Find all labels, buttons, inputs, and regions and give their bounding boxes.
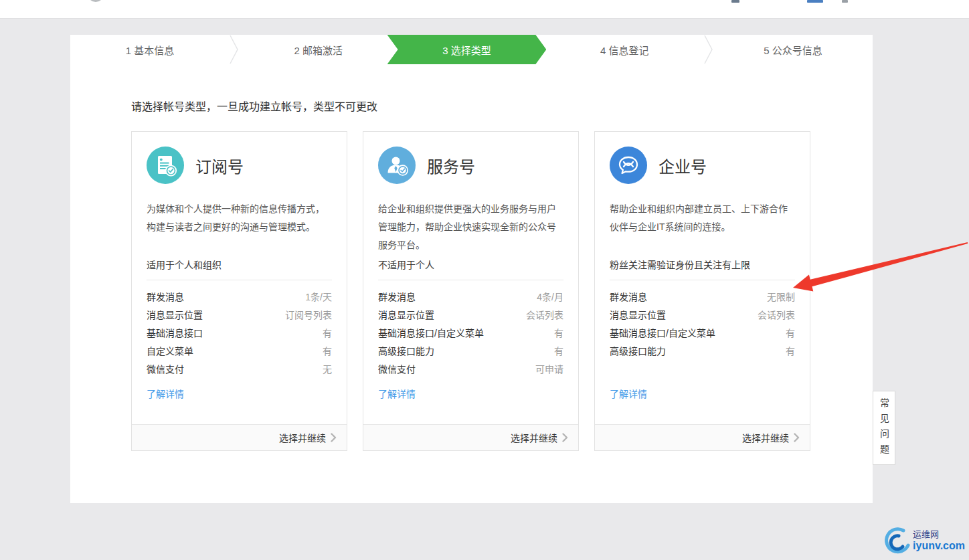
person-check-icon bbox=[378, 147, 416, 184]
card-title: 服务号 bbox=[427, 154, 475, 177]
feature-label: 群发消息 bbox=[610, 288, 647, 306]
feature-label: 基础消息接口/自定义菜单 bbox=[610, 324, 715, 343]
feature-row: 自定义菜单 有 bbox=[147, 343, 332, 361]
step-separator-chevron-icon bbox=[230, 35, 239, 64]
card-suitability: 粉丝关注需验证身份且关注有上限 bbox=[610, 256, 795, 274]
site-watermark: 运维网 iyunv.com bbox=[881, 526, 965, 557]
select-and-continue-button[interactable]: 选择并继续 bbox=[132, 424, 347, 450]
feature-row: 消息显示位置 会话列表 bbox=[610, 306, 795, 324]
feature-row: 高级接口能力 有 bbox=[378, 343, 563, 361]
magnifier-icon-fragment bbox=[85, 0, 110, 6]
watermark-texts: 运维网 iyunv.com bbox=[913, 530, 965, 552]
step-2-email-activation: 2 邮箱激活 bbox=[239, 35, 398, 64]
feature-row: 微信支付 无 bbox=[147, 361, 332, 379]
watermark-domain: iyunv.com bbox=[913, 540, 965, 552]
select-and-continue-button[interactable]: 选择并继续 bbox=[595, 424, 810, 450]
page-title: 请选择帐号类型，一旦成功建立帐号，类型不可更改 bbox=[131, 99, 377, 115]
card-suitability: 适用于个人和组织 bbox=[147, 256, 332, 274]
chat-bubble-weave-icon bbox=[610, 147, 647, 184]
feature-row: 微信支付 可申请 bbox=[378, 361, 563, 379]
feature-value: 4条/月 bbox=[537, 288, 563, 306]
feature-list: 群发消息 4条/月 消息显示位置 会话列表 基础消息接口/自定义菜单 有 高级接… bbox=[378, 288, 563, 379]
step-label: 5 公众号信息 bbox=[764, 43, 822, 57]
chevron-right-icon bbox=[794, 433, 800, 442]
feature-value: 订阅号列表 bbox=[285, 306, 332, 324]
account-type-cards: 订阅号 为媒体和个人提供一种新的信息传播方式，构建与读者之间更好的沟通与管理模式… bbox=[131, 131, 810, 451]
step-label: 2 邮箱激活 bbox=[294, 43, 343, 57]
feature-label: 群发消息 bbox=[378, 288, 416, 306]
feature-label: 基础消息接口/自定义菜单 bbox=[378, 324, 484, 343]
feature-value: 会话列表 bbox=[526, 306, 563, 324]
feature-row: 群发消息 4条/月 bbox=[378, 288, 563, 306]
feature-value: 有 bbox=[554, 343, 563, 361]
feature-value: 可申请 bbox=[535, 361, 563, 379]
cta-label: 选择并继续 bbox=[742, 431, 789, 444]
document-check-icon bbox=[147, 147, 184, 184]
feature-label: 微信支付 bbox=[147, 361, 184, 379]
browser-chrome-fragment bbox=[842, 0, 848, 3]
card-divider bbox=[147, 280, 332, 280]
browser-chrome-fragment bbox=[807, 0, 823, 3]
step-3-select-type-active: 3 选择类型 bbox=[387, 35, 547, 64]
feature-label: 微信支付 bbox=[378, 361, 416, 379]
feature-list: 群发消息 无限制 消息显示位置 会话列表 基础消息接口/自定义菜单 有 高级接口… bbox=[610, 288, 795, 379]
step-label: 4 信息登记 bbox=[600, 43, 649, 57]
learn-more-link[interactable]: 了解详情 bbox=[610, 387, 647, 400]
card-suitability: 不适用于个人 bbox=[378, 256, 563, 274]
card-title: 企业号 bbox=[658, 154, 707, 177]
feature-label: 群发消息 bbox=[147, 288, 184, 306]
feature-label: 消息显示位置 bbox=[610, 306, 666, 324]
select-and-continue-button[interactable]: 选择并继续 bbox=[363, 424, 578, 450]
faq-tab-label: 常见问题 bbox=[877, 398, 891, 464]
card-divider bbox=[610, 280, 795, 280]
step-5-account-info: 5 公众号信息 bbox=[713, 35, 873, 64]
step-separator-chevron-icon bbox=[704, 35, 713, 64]
feature-value: 有 bbox=[554, 324, 563, 343]
feature-label: 高级接口能力 bbox=[610, 343, 666, 361]
feature-value-unlimited: 无限制 bbox=[767, 288, 795, 306]
feature-value: 有 bbox=[323, 324, 332, 343]
watermark-site-name: 运维网 bbox=[913, 530, 965, 540]
feature-label: 自定义菜单 bbox=[147, 343, 193, 361]
card-description: 为媒体和个人提供一种新的信息传播方式，构建与读者之间更好的沟通与管理模式。 bbox=[147, 200, 332, 256]
learn-more-link[interactable]: 了解详情 bbox=[147, 387, 184, 400]
step-4-info-registration: 4 信息登记 bbox=[545, 35, 704, 64]
step-label: 1 基本信息 bbox=[126, 43, 175, 57]
feature-value: 1条/天 bbox=[305, 288, 332, 306]
feature-value: 无 bbox=[323, 361, 332, 379]
feature-row: 基础消息接口/自定义菜单 有 bbox=[610, 324, 795, 343]
feature-value: 有 bbox=[786, 324, 795, 343]
card-description: 帮助企业和组织内部建立员工、上下游合作伙伴与企业IT系统间的连接。 bbox=[610, 200, 795, 256]
feature-label: 消息显示位置 bbox=[378, 306, 434, 324]
card-title: 订阅号 bbox=[195, 154, 244, 177]
main-panel: 1 基本信息 2 邮箱激活 3 选择类型 4 信息登记 5 公众号信息 请选择帐… bbox=[70, 35, 873, 503]
faq-tab[interactable]: 常见问题 bbox=[873, 391, 895, 465]
cta-label: 选择并继续 bbox=[511, 431, 557, 444]
card-divider bbox=[378, 280, 563, 280]
learn-more-link[interactable]: 了解详情 bbox=[378, 387, 416, 400]
feature-row: 群发消息 无限制 bbox=[610, 288, 795, 306]
feature-value: 会话列表 bbox=[758, 306, 795, 324]
feature-label: 高级接口能力 bbox=[378, 343, 434, 361]
feature-label: 基础消息接口 bbox=[147, 324, 203, 343]
feature-label: 消息显示位置 bbox=[147, 306, 203, 324]
chevron-right-icon bbox=[331, 433, 337, 442]
card-header: 服务号 bbox=[378, 147, 563, 184]
feature-row: 基础消息接口/自定义菜单 有 bbox=[378, 324, 563, 343]
card-description: 给企业和组织提供更强大的业务服务与用户管理能力，帮助企业快速实现全新的公众号服务… bbox=[378, 200, 563, 256]
feature-row: 消息显示位置 订阅号列表 bbox=[147, 306, 332, 324]
iyunv-logo-icon bbox=[881, 526, 911, 557]
feature-value: 有 bbox=[786, 343, 795, 361]
feature-row: 高级接口能力 有 bbox=[610, 343, 795, 361]
card-header: 企业号 bbox=[610, 147, 795, 184]
feature-row: 基础消息接口 有 bbox=[147, 324, 332, 343]
top-browser-bar bbox=[0, 0, 969, 19]
card-service-account: 服务号 给企业和组织提供更强大的业务服务与用户管理能力，帮助企业快速实现全新的公… bbox=[363, 131, 579, 451]
feature-list: 群发消息 1条/天 消息显示位置 订阅号列表 基础消息接口 有 自定义菜单 有 … bbox=[147, 288, 332, 379]
feature-row: 消息显示位置 会话列表 bbox=[378, 306, 563, 324]
registration-stepper: 1 基本信息 2 邮箱激活 3 选择类型 4 信息登记 5 公众号信息 bbox=[70, 35, 873, 64]
feature-row: 群发消息 1条/天 bbox=[147, 288, 332, 306]
card-enterprise-account: 企业号 帮助企业和组织内部建立员工、上下游合作伙伴与企业IT系统间的连接。 粉丝… bbox=[594, 131, 810, 451]
feature-value: 有 bbox=[323, 343, 332, 361]
card-subscription-account: 订阅号 为媒体和个人提供一种新的信息传播方式，构建与读者之间更好的沟通与管理模式… bbox=[131, 131, 347, 451]
